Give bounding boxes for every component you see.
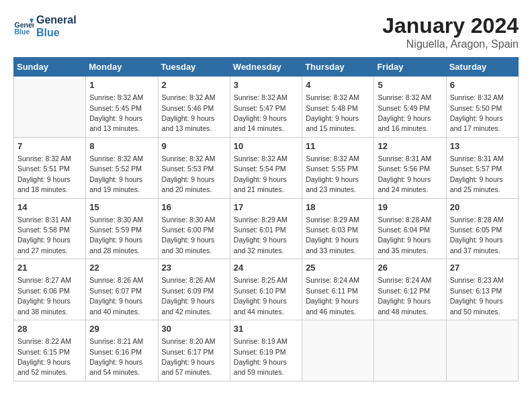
day-info: Sunrise: 8:20 AMSunset: 6:17 PMDaylight:… <box>162 337 216 376</box>
calendar-day-cell: 28Sunrise: 8:22 AMSunset: 6:15 PMDayligh… <box>14 320 86 381</box>
calendar-day-cell: 23Sunrise: 8:26 AMSunset: 6:09 PMDayligh… <box>158 259 230 320</box>
day-number: 26 <box>378 262 442 274</box>
calendar-day-cell: 14Sunrise: 8:31 AMSunset: 5:58 PMDayligh… <box>14 198 86 259</box>
calendar-week-row: 21Sunrise: 8:27 AMSunset: 6:06 PMDayligh… <box>14 259 519 320</box>
calendar-week-row: 14Sunrise: 8:31 AMSunset: 5:58 PMDayligh… <box>14 198 519 259</box>
calendar-day-cell: 18Sunrise: 8:29 AMSunset: 6:03 PMDayligh… <box>302 198 374 259</box>
day-info: Sunrise: 8:21 AMSunset: 6:16 PMDaylight:… <box>89 337 143 376</box>
calendar-day-cell <box>14 77 86 138</box>
location-title: Niguella, Aragon, Spain <box>382 38 519 50</box>
weekday-header-cell: Saturday <box>446 58 518 77</box>
day-number: 12 <box>378 140 442 152</box>
day-info: Sunrise: 8:31 AMSunset: 5:58 PMDaylight:… <box>17 216 71 255</box>
day-info: Sunrise: 8:32 AMSunset: 5:51 PMDaylight:… <box>17 154 71 193</box>
day-info: Sunrise: 8:31 AMSunset: 5:57 PMDaylight:… <box>450 154 504 193</box>
day-info: Sunrise: 8:25 AMSunset: 6:10 PMDaylight:… <box>234 276 287 315</box>
calendar-day-cell: 21Sunrise: 8:27 AMSunset: 6:06 PMDayligh… <box>14 259 86 320</box>
day-number: 3 <box>234 79 298 91</box>
day-number: 9 <box>162 140 226 152</box>
day-number: 22 <box>89 262 154 274</box>
day-info: Sunrise: 8:32 AMSunset: 5:48 PMDaylight:… <box>306 93 359 132</box>
calendar-week-row: 28Sunrise: 8:22 AMSunset: 6:15 PMDayligh… <box>14 320 519 381</box>
calendar-day-cell: 4Sunrise: 8:32 AMSunset: 5:48 PMDaylight… <box>302 77 374 138</box>
calendar-day-cell: 8Sunrise: 8:32 AMSunset: 5:52 PMDaylight… <box>86 137 158 198</box>
day-info: Sunrise: 8:26 AMSunset: 6:07 PMDaylight:… <box>89 276 143 315</box>
logo: General Blue General Blue <box>13 13 77 39</box>
calendar-day-cell: 2Sunrise: 8:32 AMSunset: 5:46 PMDaylight… <box>158 77 230 138</box>
day-number: 30 <box>162 323 226 335</box>
day-info: Sunrise: 8:32 AMSunset: 5:54 PMDaylight:… <box>234 154 287 193</box>
calendar-day-cell: 1Sunrise: 8:32 AMSunset: 5:45 PMDaylight… <box>86 77 158 138</box>
day-number: 15 <box>89 201 154 214</box>
calendar-day-cell: 25Sunrise: 8:24 AMSunset: 6:11 PMDayligh… <box>302 259 374 320</box>
logo-line1: General <box>36 13 77 26</box>
calendar-day-cell: 24Sunrise: 8:25 AMSunset: 6:10 PMDayligh… <box>230 259 302 320</box>
day-info: Sunrise: 8:32 AMSunset: 5:45 PMDaylight:… <box>89 93 143 132</box>
day-info: Sunrise: 8:24 AMSunset: 6:12 PMDaylight:… <box>378 276 431 315</box>
day-number: 4 <box>306 79 370 91</box>
day-number: 21 <box>17 262 82 274</box>
calendar-day-cell: 9Sunrise: 8:32 AMSunset: 5:53 PMDaylight… <box>158 137 230 198</box>
calendar-day-cell <box>374 320 446 381</box>
calendar-day-cell <box>302 320 374 381</box>
calendar-day-cell: 11Sunrise: 8:32 AMSunset: 5:55 PMDayligh… <box>302 137 374 198</box>
day-info: Sunrise: 8:31 AMSunset: 5:56 PMDaylight:… <box>378 154 431 193</box>
day-info: Sunrise: 8:30 AMSunset: 6:00 PMDaylight:… <box>162 216 216 255</box>
day-info: Sunrise: 8:28 AMSunset: 6:05 PMDaylight:… <box>450 216 504 255</box>
day-number: 6 <box>450 79 515 91</box>
calendar-day-cell: 6Sunrise: 8:32 AMSunset: 5:50 PMDaylight… <box>446 77 518 138</box>
calendar-day-cell: 19Sunrise: 8:28 AMSunset: 6:04 PMDayligh… <box>374 198 446 259</box>
calendar-day-cell: 29Sunrise: 8:21 AMSunset: 6:16 PMDayligh… <box>86 320 158 381</box>
day-info: Sunrise: 8:29 AMSunset: 6:01 PMDaylight:… <box>234 216 287 255</box>
calendar-day-cell: 3Sunrise: 8:32 AMSunset: 5:47 PMDaylight… <box>230 77 302 138</box>
day-info: Sunrise: 8:28 AMSunset: 6:04 PMDaylight:… <box>378 216 431 255</box>
weekday-header-cell: Tuesday <box>158 58 230 77</box>
day-number: 29 <box>89 323 154 335</box>
calendar-body: 1Sunrise: 8:32 AMSunset: 5:45 PMDaylight… <box>14 77 519 381</box>
weekday-header-cell: Wednesday <box>230 58 302 77</box>
calendar-day-cell <box>446 320 518 381</box>
day-info: Sunrise: 8:30 AMSunset: 5:59 PMDaylight:… <box>89 216 143 255</box>
calendar-day-cell: 27Sunrise: 8:23 AMSunset: 6:13 PMDayligh… <box>446 259 518 320</box>
day-info: Sunrise: 8:32 AMSunset: 5:53 PMDaylight:… <box>162 154 216 193</box>
day-info: Sunrise: 8:26 AMSunset: 6:09 PMDaylight:… <box>162 276 216 315</box>
calendar-day-cell: 5Sunrise: 8:32 AMSunset: 5:49 PMDaylight… <box>374 77 446 138</box>
day-number: 27 <box>450 262 515 274</box>
day-number: 25 <box>306 262 370 274</box>
day-info: Sunrise: 8:22 AMSunset: 6:15 PMDaylight:… <box>17 337 71 376</box>
calendar-table: SundayMondayTuesdayWednesdayThursdayFrid… <box>13 57 519 381</box>
day-number: 8 <box>89 140 154 152</box>
calendar-day-cell: 16Sunrise: 8:30 AMSunset: 6:00 PMDayligh… <box>158 198 230 259</box>
calendar-day-cell: 26Sunrise: 8:24 AMSunset: 6:12 PMDayligh… <box>374 259 446 320</box>
day-info: Sunrise: 8:32 AMSunset: 5:46 PMDaylight:… <box>162 93 216 132</box>
day-number: 2 <box>162 79 226 91</box>
logo-line2: Blue <box>36 26 77 39</box>
day-number: 23 <box>162 262 226 274</box>
day-info: Sunrise: 8:32 AMSunset: 5:52 PMDaylight:… <box>89 154 143 193</box>
day-info: Sunrise: 8:29 AMSunset: 6:03 PMDaylight:… <box>306 216 359 255</box>
day-info: Sunrise: 8:27 AMSunset: 6:06 PMDaylight:… <box>17 276 71 315</box>
day-number: 14 <box>17 201 82 214</box>
day-number: 17 <box>234 201 298 214</box>
calendar-day-cell: 22Sunrise: 8:26 AMSunset: 6:07 PMDayligh… <box>86 259 158 320</box>
day-number: 13 <box>450 140 515 152</box>
calendar-day-cell: 7Sunrise: 8:32 AMSunset: 5:51 PMDaylight… <box>14 137 86 198</box>
calendar-day-cell: 20Sunrise: 8:28 AMSunset: 6:05 PMDayligh… <box>446 198 518 259</box>
weekday-header-cell: Thursday <box>302 58 374 77</box>
day-info: Sunrise: 8:32 AMSunset: 5:50 PMDaylight:… <box>450 93 504 132</box>
month-title: January 2024 <box>382 13 519 38</box>
weekday-header-cell: Monday <box>86 58 158 77</box>
day-info: Sunrise: 8:32 AMSunset: 5:47 PMDaylight:… <box>234 93 287 132</box>
svg-text:Blue: Blue <box>15 28 30 36</box>
day-number: 1 <box>89 79 154 91</box>
day-number: 7 <box>17 140 82 152</box>
weekday-header-cell: Sunday <box>14 58 86 77</box>
day-number: 11 <box>306 140 370 152</box>
calendar-day-cell: 31Sunrise: 8:19 AMSunset: 6:19 PMDayligh… <box>230 320 302 381</box>
day-number: 5 <box>378 79 442 91</box>
day-number: 20 <box>450 201 515 214</box>
day-number: 19 <box>378 201 442 214</box>
day-number: 16 <box>162 201 226 214</box>
calendar-day-cell: 30Sunrise: 8:20 AMSunset: 6:17 PMDayligh… <box>158 320 230 381</box>
calendar-week-row: 1Sunrise: 8:32 AMSunset: 5:45 PMDaylight… <box>14 77 519 138</box>
